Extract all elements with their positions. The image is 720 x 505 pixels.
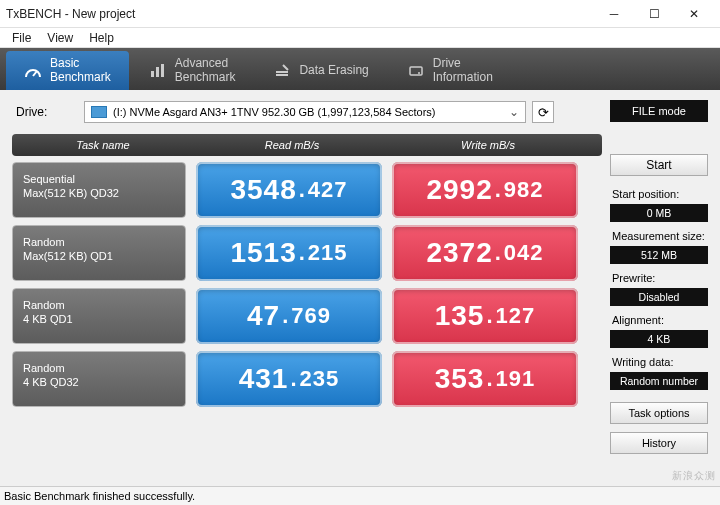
hdd-icon [91,106,107,118]
minimize-button[interactable]: ─ [594,0,634,28]
tab-label: Basic Benchmark [50,57,111,85]
header-task: Task name [12,134,194,156]
window-title: TxBENCH - New project [6,7,594,21]
svg-rect-3 [161,64,164,77]
read-value: 3548.427 [196,162,382,218]
result-row: Random4 KB QD147.769135.127 [12,288,602,344]
result-row: RandomMax(512 KB) QD11513.2152372.042 [12,225,602,281]
drive-icon [407,62,425,80]
task-name-box: Random4 KB QD32 [12,351,186,407]
svg-rect-4 [410,67,422,75]
read-value: 47.769 [196,288,382,344]
write-value: 353.191 [392,351,578,407]
tab-label: Data Erasing [299,64,368,78]
status-text: Basic Benchmark finished successfully. [4,490,195,502]
refresh-drive-button[interactable]: ⟳ [532,101,554,123]
drive-select-value: (I:) NVMe Asgard AN3+ 1TNV 952.30 GB (1,… [113,106,436,118]
header-read: Read mB/s [194,134,390,156]
write-value: 135.127 [392,288,578,344]
bars-icon [149,62,167,80]
close-button[interactable]: ✕ [674,0,714,28]
menu-help[interactable]: Help [81,31,122,45]
file-mode-button[interactable]: FILE mode [610,100,708,122]
drive-select[interactable]: (I:) NVMe Asgard AN3+ 1TNV 952.30 GB (1,… [84,101,526,123]
header-write: Write mB/s [390,134,586,156]
drive-label: Drive: [12,105,84,119]
start-button[interactable]: Start [610,154,708,176]
startpos-value[interactable]: 0 MB [610,204,708,222]
tab-drive-information[interactable]: Drive Information [389,51,511,90]
startpos-label: Start position: [610,188,708,200]
svg-rect-1 [151,71,154,77]
prewrite-value[interactable]: Disabled [610,288,708,306]
maximize-button[interactable]: ☐ [634,0,674,28]
writingdata-label: Writing data: [610,356,708,368]
tab-label: Drive Information [433,57,493,85]
write-value: 2372.042 [392,225,578,281]
task-options-button[interactable]: Task options [610,402,708,424]
refresh-icon: ⟳ [538,105,549,120]
svg-line-0 [33,71,37,76]
task-name-box: RandomMax(512 KB) QD1 [12,225,186,281]
erase-icon [273,62,291,80]
menu-file[interactable]: File [4,31,39,45]
svg-rect-2 [156,67,159,77]
menu-view[interactable]: View [39,31,81,45]
history-button[interactable]: History [610,432,708,454]
task-name-box: SequentialMax(512 KB) QD32 [12,162,186,218]
svg-point-5 [418,72,420,74]
task-name-box: Random4 KB QD1 [12,288,186,344]
tab-data-erasing[interactable]: Data Erasing [255,51,386,90]
alignment-value[interactable]: 4 KB [610,330,708,348]
gauge-icon [24,62,42,80]
writingdata-value[interactable]: Random number [610,372,708,390]
alignment-label: Alignment: [610,314,708,326]
prewrite-label: Prewrite: [610,272,708,284]
tab-basic-benchmark[interactable]: Basic Benchmark [6,51,129,90]
result-row: Random4 KB QD32431.235353.191 [12,351,602,407]
measurement-label: Measurement size: [610,230,708,242]
tab-advanced-benchmark[interactable]: Advanced Benchmark [131,51,254,90]
write-value: 2992.982 [392,162,578,218]
result-row: SequentialMax(512 KB) QD323548.4272992.9… [12,162,602,218]
watermark: 新浪众测 [672,469,716,483]
measurement-value[interactable]: 512 MB [610,246,708,264]
read-value: 1513.215 [196,225,382,281]
read-value: 431.235 [196,351,382,407]
tab-label: Advanced Benchmark [175,57,236,85]
